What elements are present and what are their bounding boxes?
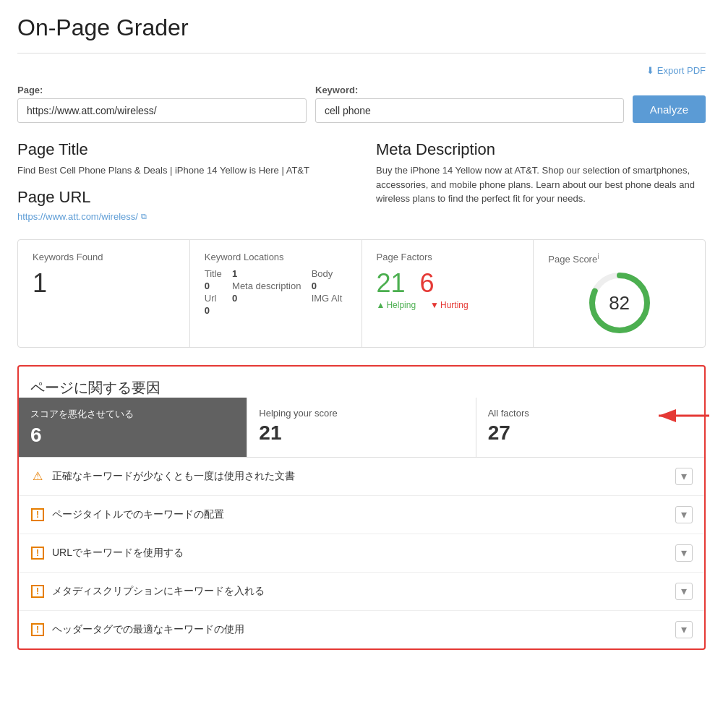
factor-item-left: ! ヘッダータグでの最適なキーワードの使用 [30, 622, 244, 637]
factor-item-text: 正確なキーワードが少なくとも一度は使用された文書 [52, 470, 295, 483]
factor-item: ! ページタイトルでのキーワードの配置 ▾ [19, 496, 704, 534]
pf-labels: ▲ Helping ▼ Hurting [377, 300, 519, 310]
hurting-label: ▼ Hurting [430, 300, 469, 310]
page-url-text: https://www.att.com/wireless/ [17, 211, 138, 222]
helping-label: ▲ Helping [377, 300, 416, 310]
score-circle-container: 82 [548, 270, 690, 335]
kl-meta-label: Meta description [232, 281, 306, 291]
info-section: Page Title Find Best Cell Phone Plans & … [17, 140, 706, 222]
meta-description-value: Buy the iPhone 14 Yellow now at AT&T. Sh… [376, 163, 706, 206]
factors-outer: ページに関する要因 スコアを悪化させている 6 Helping your sco… [17, 365, 706, 650]
expand-button[interactable]: ▾ [675, 468, 693, 485]
page-url-link[interactable]: https://www.att.com/wireless/ ⧉ [17, 211, 347, 222]
kl-body-value: 0 [205, 281, 226, 291]
factor-item-left: ! URLでキーワードを使用する [30, 546, 184, 560]
kl-url-label: Url [205, 293, 226, 304]
page-score-label: Page Scorei [548, 252, 690, 265]
metrics-bar: Keywords Found 1 Keyword Locations Title… [17, 239, 706, 348]
kl-url-value: 0 [232, 293, 306, 304]
factor-item-text: ヘッダータグでの最適なキーワードの使用 [52, 623, 244, 636]
meta-description-section: Meta Description Buy the iPhone 14 Yello… [376, 140, 706, 222]
tab-helping-label: Helping your score [259, 408, 463, 419]
factors-section: ページに関する要因 スコアを悪化させている 6 Helping your sco… [17, 365, 706, 650]
factor-item-text: ページタイトルでのキーワードの配置 [52, 508, 224, 521]
page-score-box: Page Scorei 82 [534, 240, 705, 347]
keyword-locations-grid: Title 1 Body 0 Meta description 0 Url 0 … [205, 268, 347, 316]
warning-triangle-icon: ⚠ [30, 469, 45, 484]
warning-square-icon: ! [30, 546, 45, 560]
factor-item-left: ⚠ 正確なキーワードが少なくとも一度は使用された文書 [30, 469, 295, 484]
page-title-heading: Page Title [17, 140, 347, 159]
helping-value: 21 [377, 268, 406, 299]
tab-helping-value: 21 [259, 421, 463, 445]
page-input-group: Page: [17, 85, 307, 123]
kl-title-value: 1 [232, 268, 306, 279]
score-circle: 82 [587, 270, 652, 335]
keyword-locations-label: Keyword Locations [205, 252, 347, 262]
factor-item-text: メタディスクリプションにキーワードを入れる [52, 585, 265, 598]
factors-list: ⚠ 正確なキーワードが少なくとも一度は使用された文書 ▾ ! ページタイトルでの… [19, 458, 704, 648]
keywords-found-value: 1 [33, 268, 175, 299]
expand-button[interactable]: ▾ [675, 621, 693, 638]
external-link-icon: ⧉ [141, 212, 147, 221]
page-title-value: Find Best Cell Phone Plans & Deals | iPh… [17, 163, 347, 178]
page-input[interactable] [17, 98, 307, 123]
kl-imgalt-value: 0 [205, 305, 226, 316]
score-number: 82 [609, 291, 630, 314]
callout-group: 改善できるポイント [655, 401, 713, 430]
export-pdf-button[interactable]: ⬇ Export PDF [646, 65, 706, 76]
page-factors-box: Page Factors 21 6 ▲ Helping ▼ Hurting [362, 240, 534, 347]
keyword-input[interactable] [315, 98, 624, 123]
factor-item-left: ! ページタイトルでのキーワードの配置 [30, 508, 224, 522]
factor-item: ⚠ 正確なキーワードが少なくとも一度は使用された文書 ▾ [19, 458, 704, 496]
factor-item: ! URLでキーワードを使用する ▾ [19, 534, 704, 573]
page-label: Page: [17, 85, 307, 95]
factors-heading: ページに関する要因 [19, 367, 704, 398]
expand-button[interactable]: ▾ [675, 506, 693, 523]
keyword-input-group: Keyword: [315, 85, 624, 123]
warning-square-icon: ! [30, 584, 45, 599]
kl-body-label: Body [312, 268, 347, 279]
factor-item-left: ! メタディスクリプションにキーワードを入れる [30, 584, 265, 599]
input-row: Page: Keyword: Analyze [17, 85, 706, 123]
page-factors-values: 21 6 [377, 268, 519, 299]
keyword-label: Keyword: [315, 85, 624, 95]
page-title: On-Page Grader [17, 14, 706, 53]
expand-button[interactable]: ▾ [675, 544, 693, 562]
tab-hurting-value: 6 [30, 424, 235, 447]
page-factors-label: Page Factors [377, 252, 519, 262]
tab-helping[interactable]: Helping your score 21 [247, 398, 476, 457]
kl-title-label: Title [205, 268, 226, 279]
tabs-row: スコアを悪化させている 6 Helping your score 21 All … [19, 398, 704, 458]
warning-square-icon: ! [30, 508, 45, 522]
page-url-heading: Page URL [17, 188, 347, 207]
download-icon: ⬇ [646, 65, 654, 76]
factor-item: ! メタディスクリプションにキーワードを入れる ▾ [19, 573, 704, 611]
keyword-locations-box: Keyword Locations Title 1 Body 0 Meta de… [190, 240, 362, 347]
hurting-value: 6 [420, 268, 435, 299]
tab-hurting-label: スコアを悪化させている [30, 408, 235, 421]
keywords-found-box: Keywords Found 1 [18, 240, 190, 347]
export-label: Export PDF [657, 65, 706, 76]
page-title-section: Page Title Find Best Cell Phone Plans & … [17, 140, 347, 222]
page-url-section: Page URL https://www.att.com/wireless/ ⧉ [17, 188, 347, 222]
keywords-found-label: Keywords Found [33, 252, 175, 262]
factor-item: ! ヘッダータグでの最適なキーワードの使用 ▾ [19, 611, 704, 648]
expand-button[interactable]: ▾ [675, 583, 693, 600]
kl-imgalt-label: IMG Alt [312, 293, 347, 304]
tab-hurting[interactable]: スコアを悪化させている 6 [19, 398, 247, 457]
meta-description-heading: Meta Description [376, 140, 706, 159]
kl-meta-value: 0 [312, 281, 347, 291]
analyze-button[interactable]: Analyze [633, 95, 706, 123]
callout-arrow [655, 401, 713, 430]
factor-item-text: URLでキーワードを使用する [52, 547, 184, 560]
warning-square-icon: ! [30, 622, 45, 637]
